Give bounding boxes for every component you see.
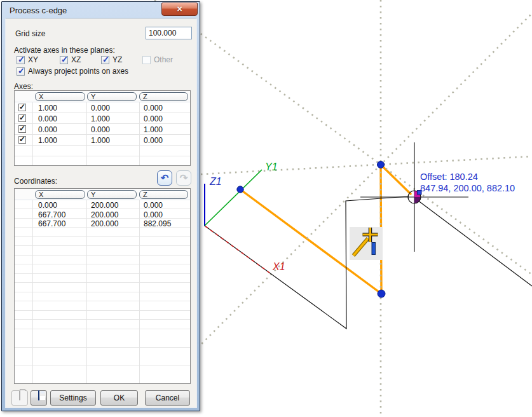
application-window: Z1 Y1 X1 Offset: 180.24 847.94, 200.00, … bbox=[0, 0, 532, 417]
axes-cell[interactable]: 0.000 bbox=[144, 136, 163, 145]
axis-y-label: Y1 bbox=[265, 161, 278, 172]
checkbox-other: Other bbox=[142, 55, 173, 64]
close-button[interactable]: × bbox=[161, 3, 198, 16]
checkbox-always-project-box bbox=[17, 67, 25, 76]
coordinate-cell[interactable]: 200.000 bbox=[91, 201, 118, 210]
coordinates-label: Coordinates: bbox=[14, 177, 57, 186]
projection-edges bbox=[205, 196, 532, 329]
checkbox-yz-box bbox=[101, 56, 109, 64]
undo-button[interactable]: ↶ bbox=[157, 170, 172, 186]
axes-column-z[interactable]: Z bbox=[139, 92, 188, 101]
axes-cell[interactable]: 0.000 bbox=[144, 104, 163, 113]
grid-size-input[interactable] bbox=[146, 27, 192, 39]
redo-icon: ↷ bbox=[180, 172, 188, 183]
checkbox-other-label: Other bbox=[154, 55, 173, 64]
checkbox-xy-label: XY bbox=[28, 55, 38, 64]
axes-row-2-checkbox[interactable] bbox=[18, 114, 26, 122]
construction-xy-line bbox=[178, 156, 532, 175]
axes-cell[interactable]: 1.000 bbox=[144, 125, 163, 134]
checkbox-xy-box bbox=[17, 56, 25, 64]
checkbox-always-project[interactable]: Always project points on axes bbox=[17, 67, 128, 76]
checkbox-xz-box bbox=[60, 56, 68, 64]
cancel-button[interactable]: Cancel bbox=[145, 390, 190, 406]
coordinates-row-2: 667.700 200.000 0.000 bbox=[15, 210, 190, 219]
point-2 bbox=[378, 290, 385, 297]
close-icon: × bbox=[177, 4, 182, 14]
coordinate-cell[interactable]: 882.095 bbox=[144, 219, 171, 228]
axes-cell[interactable]: 0.000 bbox=[38, 125, 57, 134]
coordinates-column-x[interactable]: X bbox=[35, 190, 85, 199]
coordinates-table-body: 0.000 200.000 0.000 667.700 200.000 0.00… bbox=[15, 200, 190, 383]
open-folder-icon bbox=[19, 390, 20, 400]
axes-row-2: 0.000 1.000 0.000 bbox=[15, 113, 190, 124]
axes-column-x[interactable]: X bbox=[35, 92, 85, 101]
open-button bbox=[11, 390, 28, 406]
ok-button[interactable]: OK bbox=[100, 390, 138, 406]
axes-row-4: 1.000 1.000 0.000 bbox=[15, 135, 190, 146]
offset-tooltip-line2: 847.94, 200.00, 882.10 bbox=[420, 183, 515, 193]
axis-x-label: X1 bbox=[272, 261, 285, 272]
coordinate-cell[interactable]: 667.700 bbox=[38, 210, 65, 219]
coordinates-column-y[interactable]: Y bbox=[87, 190, 137, 199]
axes-row-1: 1.000 0.000 0.000 bbox=[15, 102, 190, 113]
axes-cell[interactable]: 1.000 bbox=[91, 136, 110, 145]
point-1 bbox=[237, 186, 243, 193]
axes-column-y[interactable]: Y bbox=[87, 92, 137, 101]
save-floppy-icon bbox=[38, 390, 39, 400]
axes-cell[interactable]: 0.000 bbox=[91, 125, 110, 134]
coordinate-cell[interactable]: 0.000 bbox=[38, 201, 57, 210]
construction-lines bbox=[154, 0, 532, 417]
axes-row-3-checkbox[interactable] bbox=[18, 125, 26, 133]
axes-table-body: 1.000 0.000 0.000 0.000 1.000 0.000 0.00… bbox=[15, 102, 190, 165]
coordinate-cell[interactable]: 667.700 bbox=[38, 219, 65, 228]
save-button[interactable] bbox=[31, 390, 47, 406]
snap-icon-bar bbox=[372, 243, 376, 255]
dialog-client-area: Grid size Activate axes in these planes:… bbox=[5, 18, 197, 408]
projected-profile bbox=[205, 196, 409, 329]
coordinates-row-1: 0.000 200.000 0.000 bbox=[15, 201, 190, 210]
always-project-label: Always project points on axes bbox=[28, 67, 128, 76]
coordinate-cell[interactable]: 0.000 bbox=[144, 201, 163, 210]
axes-cell[interactable]: 1.000 bbox=[91, 114, 110, 123]
axes-row-3: 0.000 0.000 1.000 bbox=[15, 124, 190, 135]
axes-cell[interactable]: 1.000 bbox=[38, 136, 57, 145]
coordinates-row-3: 667.700 200.000 882.095 bbox=[15, 219, 190, 228]
axes-cell[interactable]: 0.000 bbox=[38, 114, 57, 123]
construction-x-line bbox=[154, 0, 532, 275]
checkbox-xz-label: XZ bbox=[71, 55, 81, 64]
coordinates-table: X Y Z 0.000 200.000 0.000 667.700 200.00… bbox=[14, 188, 191, 384]
axes-cell[interactable]: 1.000 bbox=[38, 104, 57, 113]
offset-tooltip-line1: Offset: 180.24 bbox=[420, 172, 478, 182]
process-c-edge-dialog: Process c-edge × Grid size Activate axes… bbox=[1, 1, 200, 411]
settings-button[interactable]: Settings bbox=[50, 390, 96, 406]
edge-through-cursor bbox=[418, 200, 532, 286]
planes-label: Activate axes in these planes: bbox=[14, 46, 115, 55]
axes-cell[interactable]: 0.000 bbox=[144, 114, 163, 123]
checkbox-xy[interactable]: XY bbox=[17, 55, 38, 64]
checkbox-xz[interactable]: XZ bbox=[60, 55, 81, 64]
coordinate-cell[interactable]: 200.000 bbox=[91, 210, 118, 219]
point-3 bbox=[378, 161, 385, 168]
edge-polyline bbox=[240, 165, 411, 294]
dialog-title[interactable]: Process c-edge bbox=[10, 6, 67, 15]
axis-z-label: Z1 bbox=[209, 176, 222, 187]
axes-row-4-checkbox[interactable] bbox=[18, 136, 26, 144]
redo-button: ↷ bbox=[176, 170, 191, 186]
axes-label: Axes: bbox=[14, 82, 33, 91]
coordinate-cell[interactable]: 200.000 bbox=[91, 219, 118, 228]
checkbox-yz[interactable]: YZ bbox=[101, 55, 122, 64]
undo-icon: ↶ bbox=[161, 172, 169, 183]
checkbox-yz-label: YZ bbox=[113, 55, 122, 64]
axes-row-1-checkbox[interactable] bbox=[18, 104, 26, 111]
grid-size-label: Grid size bbox=[15, 29, 45, 38]
axes-cell[interactable]: 0.000 bbox=[91, 104, 110, 113]
coordinates-column-z[interactable]: Z bbox=[139, 190, 188, 199]
checkbox-other-box bbox=[142, 56, 151, 64]
construction-y-line bbox=[165, 13, 532, 380]
coordinate-cell[interactable]: 0.000 bbox=[144, 210, 163, 219]
axes-table: X Y Z 1.000 0.000 0.000 0.000 bbox=[14, 90, 191, 166]
snap-mode-icon bbox=[350, 227, 383, 260]
